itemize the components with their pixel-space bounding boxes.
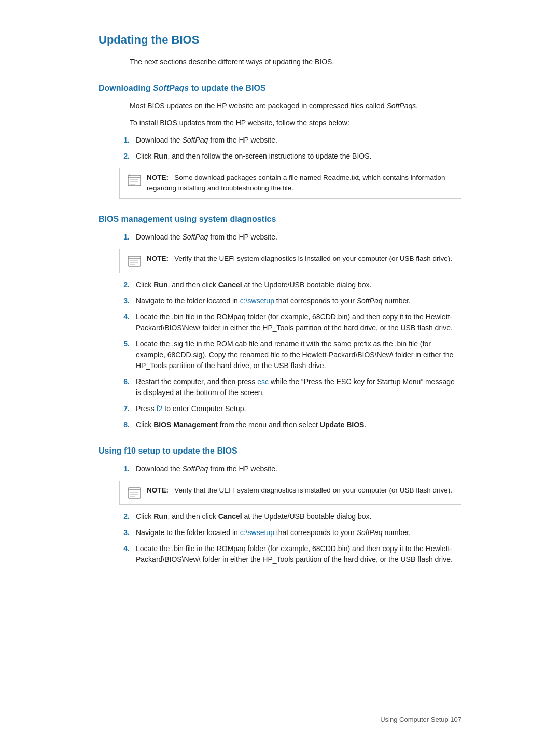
- step-number: 5.: [119, 339, 130, 349]
- list-item: 1. Download the SoftPaq from the HP webs…: [119, 463, 461, 474]
- intro-text: The next sections describe different way…: [130, 57, 461, 67]
- section3-steps-part2: 2. Click Run, and then click Cancel at t…: [119, 511, 461, 565]
- f2-link[interactable]: f2: [157, 404, 163, 413]
- list-item: 3. Navigate to the folder located in c:\…: [119, 296, 461, 306]
- note-icon: [127, 486, 142, 500]
- list-item: 8. Click BIOS Management from the menu a…: [119, 419, 461, 430]
- list-item: 2. Click Run, and then follow the on-scr…: [119, 151, 461, 162]
- list-item: 1. Download the SoftPaq from the HP webs…: [119, 135, 461, 146]
- note-icon: ✎: [127, 173, 142, 188]
- step-text: Download the SoftPaq from the HP website…: [136, 135, 277, 146]
- step-number: 4.: [119, 312, 130, 322]
- list-item: 3. Navigate to the folder located in c:\…: [119, 527, 461, 538]
- step-text: Navigate to the folder located in c:\sws…: [136, 527, 411, 538]
- section1-para2: To install BIOS updates from the HP webs…: [130, 118, 461, 129]
- note-label: NOTE:: [147, 486, 169, 494]
- step-number: 2.: [119, 511, 130, 522]
- section2-steps-part1: 1. Download the SoftPaq from the HP webs…: [119, 232, 461, 243]
- step-number: 1.: [119, 232, 130, 243]
- list-item: 4. Locate the .bin file in the ROMpaq fo…: [119, 312, 461, 333]
- list-item: 7. Press f2 to enter Computer Setup.: [119, 403, 461, 414]
- list-item: 5. Locate the .sig file in the ROM.cab f…: [119, 339, 461, 371]
- esc-link[interactable]: esc: [257, 377, 269, 386]
- section-f10-title: Using f10 setup to update the BIOS: [99, 445, 461, 457]
- note-icon: [127, 254, 142, 269]
- step-number: 2.: [119, 151, 130, 162]
- list-item: 2. Click Run, and then click Cancel at t…: [119, 511, 461, 522]
- note-box-section2-step1: NOTE: Verify that the UEFI system diagno…: [119, 249, 461, 273]
- page-title: Updating the BIOS: [99, 31, 461, 48]
- step-text: Download the SoftPaq from the HP website…: [136, 463, 277, 474]
- section1-para1: Most BIOS updates on the HP website are …: [130, 101, 461, 111]
- step-text: Click Run, and then follow the on-screen…: [136, 151, 371, 162]
- step-number: 4.: [119, 543, 130, 554]
- step-text: Restart the computer, and then press esc…: [136, 376, 461, 398]
- note-box-section1: ✎ NOTE: Some download packages contain a…: [119, 168, 461, 199]
- step-number: 1.: [119, 135, 130, 146]
- svg-text:✎: ✎: [129, 174, 132, 178]
- note-label: NOTE:: [147, 174, 169, 181]
- step-number: 2.: [119, 279, 130, 290]
- list-item: 6. Restart the computer, and then press …: [119, 376, 461, 398]
- note-content: NOTE: Verify that the UEFI system diagno…: [147, 485, 452, 496]
- list-item: 2. Click Run, and then click Cancel at t…: [119, 279, 461, 290]
- step-text: Download the SoftPaq from the HP website…: [136, 232, 277, 243]
- step-text: Click Run, and then click Cancel at the …: [136, 511, 372, 522]
- section3-steps-part1: 1. Download the SoftPaq from the HP webs…: [119, 463, 461, 474]
- swsetup-link[interactable]: c:\swsetup: [240, 297, 274, 305]
- step-text: Press f2 to enter Computer Setup.: [136, 403, 246, 414]
- section2-steps-part2: 2. Click Run, and then click Cancel at t…: [119, 279, 461, 430]
- note-content: NOTE: Verify that the UEFI system diagno…: [147, 254, 452, 264]
- step-text: Click Run, and then click Cancel at the …: [136, 279, 372, 290]
- note-content: NOTE: Some download packages contain a f…: [147, 173, 454, 194]
- swsetup-link2[interactable]: c:\swsetup: [240, 528, 274, 537]
- section-downloading-title: Downloading SoftPaqs to update the BIOS: [99, 82, 461, 94]
- page-footer: Using Computer Setup 107: [380, 714, 461, 725]
- section-bios-management-title: BIOS management using system diagnostics: [99, 213, 461, 226]
- page-container: Updating the BIOS The next sections desc…: [57, 0, 503, 745]
- step-number: 1.: [119, 463, 130, 474]
- step-text: Locate the .bin file in the ROMpaq folde…: [136, 312, 461, 333]
- step-number: 3.: [119, 296, 130, 306]
- note-box-section3-step1: NOTE: Verify that the UEFI system diagno…: [119, 481, 461, 505]
- step-text: Click BIOS Management from the menu and …: [136, 419, 366, 430]
- list-item: 1. Download the SoftPaq from the HP webs…: [119, 232, 461, 243]
- step-number: 8.: [119, 419, 130, 430]
- step-number: 3.: [119, 527, 130, 538]
- note-label: NOTE:: [147, 255, 169, 262]
- step-text: Navigate to the folder located in c:\sws…: [136, 296, 411, 306]
- section1-steps: 1. Download the SoftPaq from the HP webs…: [119, 135, 461, 162]
- list-item: 4. Locate the .bin file in the ROMpaq fo…: [119, 543, 461, 565]
- step-number: 6.: [119, 376, 130, 387]
- step-text: Locate the .sig file in the ROM.cab file…: [136, 339, 461, 371]
- step-text: Locate the .bin file in the ROMpaq folde…: [136, 543, 461, 565]
- step-number: 7.: [119, 403, 130, 414]
